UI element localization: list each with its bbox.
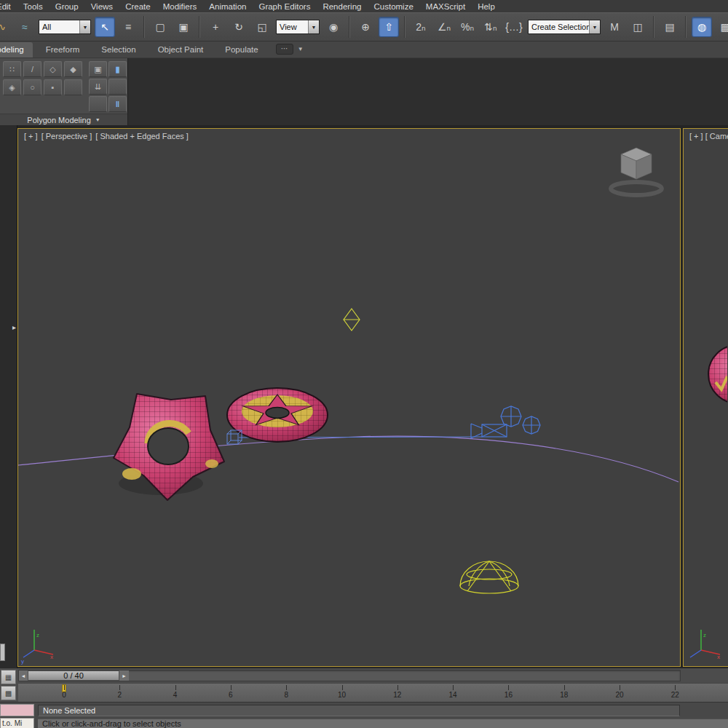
edit-named-selection-sets-button[interactable]: {…} <box>504 17 524 37</box>
dock-button-top[interactable]: ▦ <box>1 670 16 684</box>
camera-scene-canvas[interactable]: z x <box>684 129 727 666</box>
prompt-line: Click or click-and-drag to select object… <box>38 719 728 728</box>
torus-object[interactable] <box>227 388 328 442</box>
ribbon-tab-selection[interactable]: Selection <box>92 42 144 58</box>
percent-snap-toggle[interactable]: %ₙ <box>457 17 478 37</box>
collapse-stack-button[interactable]: ▪ <box>44 79 62 95</box>
select-and-rotate-button[interactable]: ↻ <box>229 17 249 37</box>
camera-object[interactable] <box>471 406 540 438</box>
perspective-scene-canvas[interactable]: z x y <box>18 129 680 666</box>
pin-stack-toggle[interactable]: ○ <box>23 79 41 95</box>
modify-mode-button[interactable]: ▮ <box>108 61 127 77</box>
mirror-button[interactable]: M <box>604 17 625 37</box>
layer-manager-button[interactable]: ▤ <box>660 17 680 37</box>
menu-item-create[interactable]: Create <box>125 2 151 11</box>
dropdown-arrow-icon[interactable]: ▼ <box>79 20 90 33</box>
frame-tick <box>64 685 65 690</box>
viewport-menu-plus[interactable]: [ + ] <box>24 132 38 141</box>
dropdown-arrow-icon[interactable]: ▼ <box>589 20 600 33</box>
dropdown-arrow-icon[interactable]: ▼ <box>308 20 319 33</box>
selection-filter-dropdown[interactable]: All▼ <box>39 20 91 34</box>
window-crossing-toggle[interactable]: ▣ <box>173 17 194 37</box>
vertex-mode-button[interactable]: ∷ <box>3 61 21 77</box>
dock-expand-arrow-icon[interactable]: ▸ <box>12 323 16 331</box>
previous-modifier-button[interactable]: ‖ <box>108 96 127 112</box>
ribbon-tab-freeform[interactable]: Freeform <box>37 42 89 58</box>
dock-button-bottom[interactable]: ▩ <box>1 686 16 700</box>
select-and-scale-button[interactable]: ◱ <box>252 17 272 37</box>
select-and-link-icon: ∿ <box>0 21 6 33</box>
snaps-toggle-button[interactable]: 2ₙ <box>411 17 431 37</box>
frame-tick-label: 4 <box>173 691 178 699</box>
menu-item-rendering[interactable]: Rendering <box>323 2 361 11</box>
menu-item-edit[interactable]: Edit <box>0 2 11 11</box>
menu-item-graph-editors[interactable]: Graph Editors <box>258 2 310 11</box>
rectangular-selection-region-button[interactable]: ▢ <box>150 17 170 37</box>
ribbon-overflow-icon[interactable]: ⋯ <box>276 44 293 55</box>
view-cube[interactable] <box>611 148 662 195</box>
torus-partial[interactable] <box>708 345 727 403</box>
use-pivot-point-center-icon: ◉ <box>329 21 338 33</box>
menu-item-modifiers[interactable]: Modifiers <box>163 2 197 11</box>
ribbon-tab-object-paint[interactable]: Object Paint <box>149 42 213 58</box>
frame-tick <box>342 685 343 690</box>
macro-recorder-field[interactable] <box>0 704 34 716</box>
menu-item-maxscript[interactable]: MAXScript <box>426 2 465 11</box>
select-by-name-button[interactable]: ≡ <box>118 17 138 37</box>
reference-coordinate-system-dropdown[interactable]: View▼ <box>276 20 320 34</box>
next-modifier-button[interactable]: ⇊ <box>89 79 107 95</box>
border-mode-button[interactable]: ◇ <box>44 61 62 77</box>
maxscript-mini-listener[interactable]: t.o. Mi <box>0 718 34 728</box>
ribbon-tab-modeling[interactable]: Modeling <box>0 42 33 58</box>
keyboard-shortcut-override-toggle[interactable]: ⇧ <box>379 17 399 37</box>
svg-text:y: y <box>21 658 24 665</box>
select-and-link-button[interactable]: ∿ <box>0 17 12 37</box>
time-slider-handle[interactable]: 0 / 40 <box>28 670 119 681</box>
bind-to-space-warp-button[interactable]: ≈ <box>15 17 35 37</box>
viewport-menu-view[interactable]: [ Perspective ] <box>41 132 92 141</box>
track-bar[interactable]: 0246810121416182022 <box>18 683 728 702</box>
panel-spacer-1[interactable] <box>108 79 127 95</box>
select-and-move-button[interactable]: + <box>205 17 226 37</box>
perspective-viewport[interactable]: [ + ] [ Perspective ] [ Shaded + Edged F… <box>17 128 681 667</box>
menu-item-group[interactable]: Group <box>55 2 79 11</box>
menu-item-views[interactable]: Views <box>91 2 113 11</box>
element-mode-button[interactable]: ◈ <box>3 79 21 95</box>
menu-item-help[interactable]: Help <box>478 2 495 11</box>
menu-item-animation[interactable]: Animation <box>209 2 246 11</box>
time-slider[interactable]: ◄ 0 / 40 ► <box>18 670 681 681</box>
edge-mode-button[interactable]: / <box>23 61 41 77</box>
toolbar-separator <box>685 16 687 38</box>
ribbon-minimize-arrow-icon[interactable]: ▼ <box>298 46 304 52</box>
dock-scroll-thumb[interactable] <box>0 644 5 661</box>
select-object-button[interactable]: ↖ <box>95 17 115 37</box>
polygon-mode-button[interactable]: ◆ <box>64 61 82 77</box>
ignore-backfacing-toggle[interactable] <box>64 79 82 95</box>
select-and-manipulate-button[interactable]: ⊕ <box>355 17 376 37</box>
ribbon-tab-populate[interactable]: Populate <box>216 42 266 58</box>
show-end-result-toggle[interactable]: ▣ <box>89 61 107 77</box>
point-helper-object[interactable] <box>344 309 360 331</box>
spinner-snap-toggle[interactable]: ⇅ₙ <box>480 17 501 37</box>
panel-title-bar[interactable]: Polygon Modeling ▼ <box>0 114 127 125</box>
skylight-object[interactable] <box>460 561 518 593</box>
next-frame-arrow[interactable]: ► <box>119 670 129 681</box>
named-selection-sets-dropdown[interactable]: Create Selection Se▼ <box>528 20 601 34</box>
panel-spacer-2[interactable] <box>89 96 107 112</box>
align-icon: ◫ <box>633 21 642 33</box>
menu-item-customize[interactable]: Customize <box>373 2 413 11</box>
material-editor-button[interactable]: ◍ <box>692 17 712 37</box>
viewport-menu-shading[interactable]: [ Shaded + Edged Faces ] <box>95 132 189 141</box>
panel-collapse-arrow-icon[interactable]: ▼ <box>95 117 100 122</box>
use-pivot-point-center-button[interactable]: ◉ <box>323 17 344 37</box>
camera-viewport[interactable]: [ + ] [ Camer z x <box>683 128 728 667</box>
angle-snap-toggle[interactable]: ∠ₙ <box>434 17 454 37</box>
ribbon-body: ∷/◇◆◈○▪ ▣▮⇊‖ Polygon Modeling ▼ <box>0 58 728 125</box>
percent-snap-icon: %ₙ <box>461 21 474 33</box>
menu-item-tools[interactable]: Tools <box>23 2 43 11</box>
polygon-modeling-panel: ∷/◇◆◈○▪ ▣▮⇊‖ Polygon Modeling ▼ <box>0 58 128 125</box>
align-button[interactable]: ◫ <box>628 17 648 37</box>
viewport-label[interactable]: [ + ] [ Camer <box>689 132 728 141</box>
previous-frame-arrow[interactable]: ◄ <box>19 670 28 681</box>
render-setup-button[interactable]: ▩ <box>715 17 728 37</box>
